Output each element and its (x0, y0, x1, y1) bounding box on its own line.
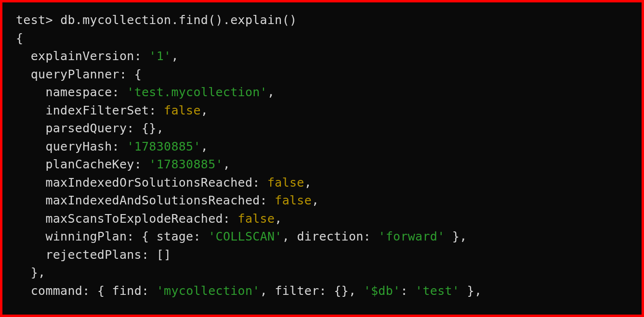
val-planCacheKey: '17830885' (149, 157, 223, 171)
val-namespace: 'test.mycollection' (127, 85, 267, 99)
val-indexFilterSet: false (164, 103, 201, 117)
key-namespace: namespace (45, 85, 112, 99)
key-find: find (112, 284, 142, 298)
key-command: command (31, 284, 82, 298)
val-parsedQuery: {} (142, 121, 157, 135)
command-input[interactable]: db.mycollection.find().explain() (60, 13, 297, 27)
val-stage: 'COLLSCAN' (208, 229, 282, 243)
key-maxIndexedAnd: maxIndexedAndSolutionsReached (45, 193, 260, 207)
key-direction: direction (297, 229, 363, 243)
key-explainVersion: explainVersion (31, 49, 134, 63)
val-db: 'test' (415, 284, 460, 298)
terminal-output: test> db.mycollection.find().explain() {… (16, 11, 628, 300)
terminal-window: test> db.mycollection.find().explain() {… (0, 0, 644, 317)
val-maxScans: false (238, 212, 275, 226)
key-stage: stage (157, 229, 194, 243)
key-queryHash: queryHash (45, 139, 112, 153)
key-db: '$db' (364, 284, 401, 298)
val-maxIndexedOr: false (267, 176, 304, 190)
val-direction: 'forward' (378, 229, 445, 243)
val-find: 'mycollection' (157, 284, 260, 298)
key-indexFilterSet: indexFilterSet (45, 103, 149, 117)
key-parsedQuery: parsedQuery (45, 121, 127, 135)
key-winningPlan: winningPlan (45, 229, 127, 243)
shell-prompt: test> (16, 13, 53, 27)
val-queryHash: '17830885' (127, 139, 201, 153)
val-maxIndexedAnd: false (275, 193, 312, 207)
val-rejectedPlans: [] (157, 248, 171, 262)
key-planCacheKey: planCacheKey (45, 157, 134, 171)
key-queryPlanner: queryPlanner (31, 67, 119, 81)
val-filter: {} (334, 284, 349, 298)
key-maxIndexedOr: maxIndexedOrSolutionsReached (45, 176, 252, 190)
val-explainVersion: '1' (149, 49, 171, 63)
key-rejectedPlans: rejectedPlans (45, 248, 142, 262)
brace-close: } (31, 266, 38, 279)
brace-open: { (16, 31, 23, 45)
key-filter: filter (275, 284, 319, 298)
key-maxScans: maxScansToExplodeReached (45, 212, 223, 226)
